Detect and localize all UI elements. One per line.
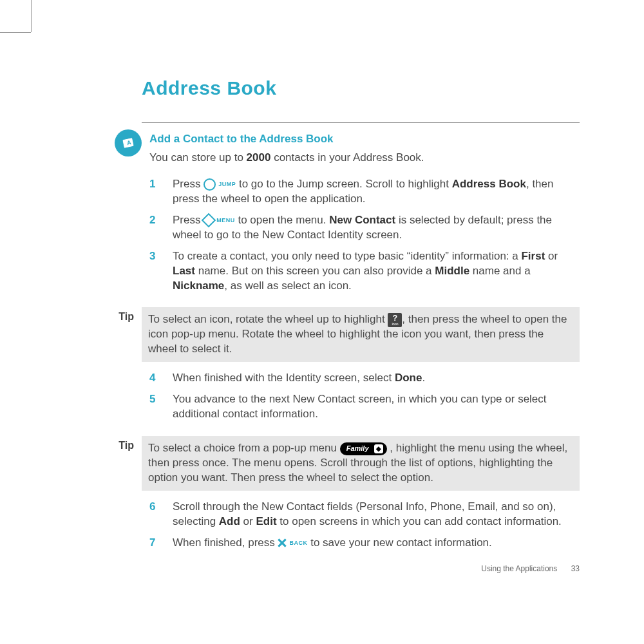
- tip-label: Tip: [103, 307, 142, 323]
- page-number: 33: [571, 564, 580, 573]
- step-2: 2 Press MENU to open the menu. New Conta…: [149, 213, 580, 243]
- step-5: 5 You advance to the next New Contact sc…: [149, 392, 580, 422]
- step-4: 4 When finished with the Identity screen…: [149, 371, 580, 386]
- divider: [142, 122, 580, 123]
- chevron-updown-icon: ◆: [374, 444, 383, 453]
- question-icon: ?icon: [388, 313, 402, 327]
- step-3: 3 To create a contact, you only need to …: [149, 249, 580, 294]
- step-6: 6 Scroll through the New Contact fields …: [149, 500, 580, 529]
- jump-key-icon: JUMP: [204, 178, 236, 191]
- intro-text: You can store up to 2000 contacts in you…: [149, 151, 580, 166]
- back-key-icon: BACK: [278, 538, 307, 547]
- tip-1: Tip To select an icon, rotate the wheel …: [103, 307, 580, 362]
- tip-label: Tip: [103, 436, 142, 451]
- page-title: Address Book: [142, 77, 580, 99]
- footer-section: Using the Applications: [481, 564, 557, 573]
- step-7: 7 When finished, press BACK to save your…: [149, 536, 580, 551]
- section-heading: Add a Contact to the Address Book: [149, 132, 580, 147]
- popup-menu-example: Family◆: [340, 442, 387, 455]
- menu-key-icon: MENU: [204, 215, 235, 225]
- step-1: 1 Press JUMP to go to the Jump screen. S…: [149, 177, 580, 207]
- address-book-icon: A: [115, 129, 142, 156]
- tip-2: Tip To select a choice from a pop-up men…: [103, 436, 580, 491]
- page-footer: Using the Applications 33: [481, 564, 580, 573]
